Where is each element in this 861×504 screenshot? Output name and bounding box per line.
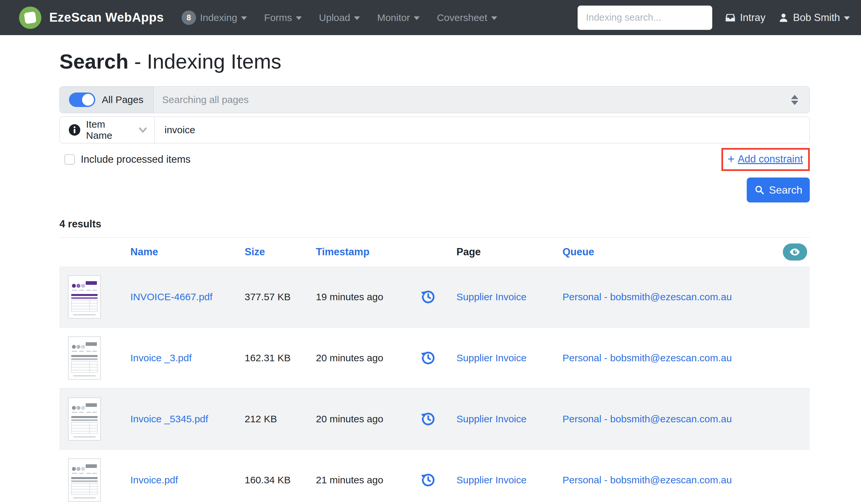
scope-selected-value: Searching all pages (162, 94, 249, 105)
intray-label: Intray (740, 12, 765, 24)
nav-item-forms[interactable]: Forms (264, 12, 302, 23)
results-rows: INVOICE-4667.pdf 377.57 KB 19 minutes ag… (59, 266, 810, 504)
indexing-count-badge: 8 (181, 11, 196, 25)
field-selector-label: Item Name (86, 119, 133, 141)
page-link[interactable]: Supplier Invoice (456, 475, 555, 486)
file-size: 160.34 KB (245, 475, 316, 486)
brand[interactable]: EzeScan WebApps (19, 6, 164, 29)
include-processed-group: Include processed items (64, 154, 190, 165)
table-row: Invoice _5345.pdf 212 KB 20 minutes ago … (59, 389, 810, 449)
user-menu[interactable]: Bob Smith (778, 12, 850, 24)
column-visibility-button[interactable] (783, 243, 807, 261)
history-icon (420, 289, 436, 305)
history-button[interactable] (420, 410, 437, 428)
search-button[interactable]: Search (747, 178, 810, 202)
add-constraint-link[interactable]: + Add constraint (728, 152, 803, 166)
column-header-page: Page (456, 246, 555, 258)
results-table: Name Size Timestamp Page Queue (59, 237, 810, 504)
search-button-label: Search (769, 184, 802, 196)
include-processed-checkbox[interactable] (64, 154, 75, 165)
nav-item-label: Monitor (377, 12, 410, 23)
file-name-link[interactable]: Invoice _3.pdf (131, 352, 245, 364)
page-title-sub: - Indexing Items (134, 50, 282, 73)
queue-link[interactable]: Personal - bobsmith@ezescan.com.au (555, 475, 780, 486)
field-selector-dropdown[interactable]: Item Name (60, 117, 155, 143)
info-icon (68, 124, 81, 136)
query-input[interactable] (155, 117, 809, 143)
main-content: Search - Indexing Items All Pages Search… (59, 50, 810, 504)
scope-select[interactable]: Searching all pages (154, 87, 809, 113)
all-pages-addon: All Pages (60, 87, 154, 113)
page-link[interactable]: Supplier Invoice (456, 414, 555, 424)
nav-item-label: Upload (319, 12, 350, 23)
add-constraint-label: Add constraint (738, 153, 803, 165)
document-thumbnail[interactable] (68, 397, 101, 441)
all-pages-label: All Pages (102, 94, 144, 105)
ezescan-logo-icon (19, 6, 41, 29)
file-name-link[interactable]: Invoice.pdf (131, 475, 245, 486)
page-title-main: Search (59, 50, 128, 73)
history-icon (420, 411, 436, 427)
history-button[interactable] (420, 349, 437, 366)
table-header-row: Name Size Timestamp Page Queue (59, 238, 810, 266)
results-count: 4 results (59, 218, 810, 230)
document-thumbnail[interactable] (68, 275, 101, 319)
column-header-queue[interactable]: Queue (555, 246, 780, 258)
column-header-size[interactable]: Size (245, 246, 316, 258)
page-link[interactable]: Supplier Invoice (456, 352, 555, 364)
select-updown-icon (791, 95, 798, 105)
column-header-timestamp[interactable]: Timestamp (316, 246, 410, 258)
nav-item-label: Indexing (200, 12, 237, 23)
file-name-link[interactable]: Invoice _5345.pdf (131, 414, 245, 424)
top-navbar: EzeScan WebApps 8 Indexing Forms Upload … (0, 0, 861, 35)
column-header-name[interactable]: Name (131, 246, 245, 258)
table-row: Invoice.pdf 160.34 KB 21 minutes ago Sup… (59, 449, 810, 504)
file-name-link[interactable]: INVOICE-4667.pdf (131, 291, 245, 303)
indexing-search-input[interactable] (578, 5, 712, 30)
nav-item-label: Forms (264, 12, 292, 23)
history-icon (420, 472, 436, 488)
history-icon (420, 350, 436, 366)
file-size: 212 KB (245, 414, 316, 424)
options-row: Include processed items + Add constraint (59, 148, 810, 171)
timestamp: 19 minutes ago (316, 291, 410, 303)
chevron-down-icon (241, 16, 247, 20)
brand-title: EzeScan WebApps (49, 11, 164, 25)
chevron-down-icon (844, 16, 850, 20)
queue-link[interactable]: Personal - bobsmith@ezescan.com.au (555, 414, 780, 424)
person-icon (778, 12, 789, 23)
timestamp: 21 minutes ago (316, 475, 410, 486)
nav-item-upload[interactable]: Upload (319, 12, 360, 23)
chevron-down-icon (138, 125, 148, 135)
all-pages-toggle[interactable] (69, 93, 95, 107)
search-row: Search (59, 178, 810, 202)
chevron-down-icon (354, 16, 360, 20)
intray-button[interactable]: Intray (725, 12, 765, 24)
file-size: 162.31 KB (245, 352, 316, 364)
main-nav: 8 Indexing Forms Upload Monitor Covershe… (181, 11, 497, 25)
search-icon (754, 185, 765, 195)
page-title: Search - Indexing Items (59, 50, 810, 73)
document-thumbnail[interactable] (68, 458, 101, 502)
nav-item-indexing[interactable]: 8 Indexing (181, 11, 247, 25)
history-button[interactable] (420, 472, 437, 489)
chevron-down-icon (414, 16, 420, 20)
table-row: Invoice _3.pdf 162.31 KB 20 minutes ago … (59, 327, 810, 389)
page-link[interactable]: Supplier Invoice (456, 291, 555, 303)
query-bar: Item Name (59, 116, 810, 143)
user-name: Bob Smith (793, 12, 840, 24)
search-scope-bar: All Pages Searching all pages (59, 86, 810, 113)
nav-item-coversheet[interactable]: Coversheet (437, 12, 497, 23)
nav-item-monitor[interactable]: Monitor (377, 12, 420, 23)
history-button[interactable] (420, 289, 437, 306)
timestamp: 20 minutes ago (316, 414, 410, 424)
annotation-highlight-box: + Add constraint (722, 148, 810, 171)
chevron-down-icon (491, 16, 497, 20)
eye-icon (789, 247, 801, 257)
queue-link[interactable]: Personal - bobsmith@ezescan.com.au (555, 291, 780, 303)
queue-link[interactable]: Personal - bobsmith@ezescan.com.au (555, 352, 780, 364)
nav-item-label: Coversheet (437, 12, 487, 23)
include-processed-label: Include processed items (81, 154, 190, 165)
document-thumbnail[interactable] (68, 336, 101, 380)
chevron-down-icon (296, 16, 302, 20)
